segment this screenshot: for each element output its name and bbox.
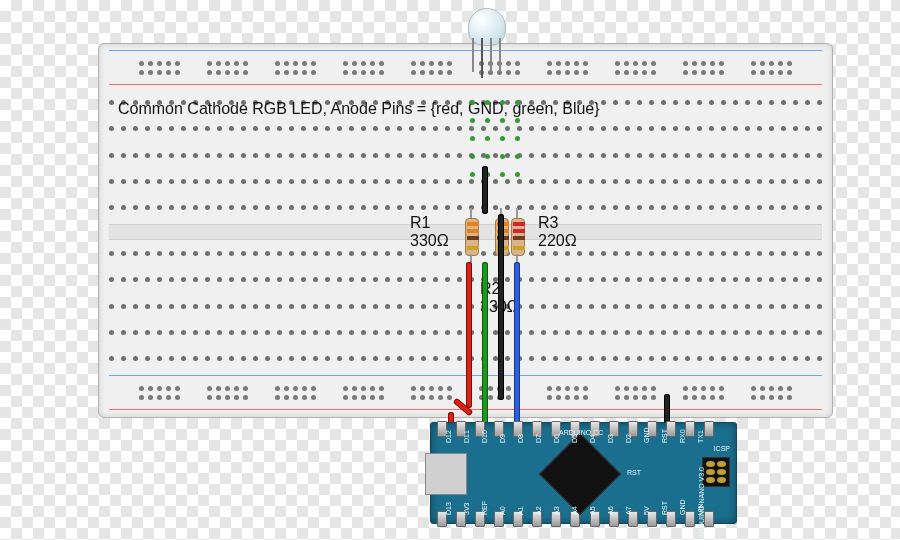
pin-label: D2	[625, 434, 632, 443]
pin-label: GND	[643, 427, 650, 443]
icsp-header-icon	[702, 457, 730, 487]
pin-label: REF	[481, 501, 488, 515]
pin-label: D11	[463, 430, 470, 443]
pin-label: A1	[517, 506, 524, 515]
atmega-chip-icon	[539, 433, 621, 515]
nano-pin	[685, 421, 695, 437]
brand-label: ARDUINO.CC	[559, 429, 603, 436]
pin-label: GND	[679, 499, 686, 515]
wire-green-vert	[482, 262, 488, 432]
pin-label: A7	[625, 506, 632, 515]
icsp-label: ICSP	[714, 445, 730, 452]
pin-label: D3	[607, 434, 614, 443]
pin-label: VIN	[697, 503, 704, 515]
pin-label: D5	[571, 434, 578, 443]
wire-red-vert	[466, 262, 472, 408]
pin-label: D10	[481, 430, 488, 443]
wire-black-led-to-channel	[482, 166, 488, 214]
pin-label: A3	[553, 506, 560, 515]
usb-mini-icon	[425, 453, 467, 495]
label-r3: R3 220Ω	[538, 214, 577, 250]
label-r3-value: 220Ω	[538, 232, 577, 250]
pin-label: A5	[589, 506, 596, 515]
pin-label: D13	[445, 502, 452, 515]
rgb-led-icon	[464, 8, 510, 68]
pin-label: RST	[661, 501, 668, 515]
pin-label: D4	[589, 434, 596, 443]
resistor-r1	[464, 208, 478, 264]
nano-pin	[685, 511, 695, 527]
pin-label: A4	[571, 506, 578, 515]
pin-label: D9	[499, 434, 506, 443]
pin-label: RX0	[679, 429, 686, 443]
arduino-nano-board: ICSP ARDUINO.CC ARDUINO NANO V3.0 RST D1…	[430, 422, 737, 524]
wire-black-vert	[498, 214, 504, 400]
pin-label: TX1	[697, 430, 704, 443]
nano-pin	[704, 421, 714, 437]
label-r1-name: R1	[410, 214, 449, 232]
rst-label: RST	[627, 469, 641, 476]
pin-label: 5V	[643, 506, 650, 515]
pin-label: RST	[661, 429, 668, 443]
pin-label: A0	[499, 506, 506, 515]
pin-label: D6	[553, 434, 560, 443]
label-r3-name: R3	[538, 214, 577, 232]
pin-label: 3V3	[463, 503, 470, 515]
tie-highlight	[470, 100, 520, 177]
pin-label: D7	[535, 434, 542, 443]
resistor-r3	[510, 208, 524, 264]
pin-label: A6	[607, 506, 614, 515]
nano-pin	[704, 511, 714, 527]
diagram-title: Common Cathode RGB LED, Anode Pins = {re…	[118, 100, 600, 118]
label-r1-value: 330Ω	[410, 232, 449, 250]
pin-label: D8	[517, 434, 524, 443]
pin-label: A2	[535, 506, 542, 515]
wire-blue-vert	[514, 262, 520, 432]
label-r1: R1 330Ω	[410, 214, 449, 250]
pin-label: D12	[445, 430, 452, 443]
